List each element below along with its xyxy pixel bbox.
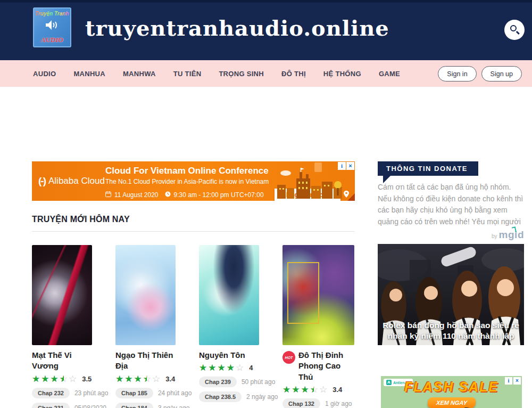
mgid-attribution[interactable]: bymgid xyxy=(378,229,524,241)
star-icons-filled: ★★★★★ xyxy=(282,385,314,394)
site-header: Truyện Tranh AUDIO truyentranhaudio.onli… xyxy=(0,0,532,60)
chapter-time: 23 phút ago xyxy=(74,389,108,397)
comic-cover[interactable] xyxy=(282,245,354,345)
rating-value: 3.5 xyxy=(82,375,92,383)
logo-text-top: Truyện Tranh xyxy=(35,11,69,17)
comic-card: Mạt Thế Vi Vương ☆☆☆☆☆★★★★★ 3.5 Chap 232… xyxy=(32,245,92,408)
comic-cover[interactable] xyxy=(115,245,176,345)
chapter-time: 1 giờ ago xyxy=(325,400,352,407)
chapter-link[interactable]: Chap 238.5 xyxy=(199,391,242,402)
star-rating: ☆☆☆☆☆★★★★★ 3.4 xyxy=(282,385,354,394)
main-nav: AUDIO MANHUA MANHWA TU TIÊN TRỌNG SINH Đ… xyxy=(0,60,532,87)
ad-subtitle: The No.1 Cloud Provider in Asia-Pacific … xyxy=(105,178,269,185)
rating-value: 3.4 xyxy=(165,375,175,383)
flash-sale-title: FLASH SALE xyxy=(381,379,522,395)
ad-info-icon[interactable]: i xyxy=(338,162,346,170)
calendar-icon xyxy=(105,191,111,199)
chapter-link[interactable]: Chap 232 xyxy=(32,388,70,398)
nav-item-audio[interactable]: AUDIO xyxy=(33,70,56,78)
star-rating: ☆☆☆☆☆★★★★★ 3.5 xyxy=(32,374,92,383)
search-icon xyxy=(510,25,517,31)
chapter-row: Chap 231 05/08/2020 xyxy=(32,403,92,408)
star-icons-filled: ★★★★★ xyxy=(115,374,147,383)
comic-title[interactable]: Đô Thị Đỉnh Phong Cao Thủ xyxy=(298,350,354,382)
chapter-row: Chap 238.5 2 ngày ago xyxy=(199,391,259,402)
flash-ad-controls: i × xyxy=(505,377,521,385)
ad-title: Cloud For Vietnam Online Conference xyxy=(105,166,269,176)
ad-time: 9:30 am - 12:00 pm UTC+07:00 xyxy=(174,191,264,199)
flash-sale-ad[interactable]: A Antien.vn FLASH SALE XEM NGAY i × xyxy=(379,374,524,408)
ad-controls: i × xyxy=(338,162,354,170)
new-comics-grid: Mạt Thế Vi Vương ☆☆☆☆☆★★★★★ 3.5 Chap 232… xyxy=(32,245,362,408)
chapter-time: 3 ngày ago xyxy=(158,404,189,408)
chapter-time: 05/08/2020 xyxy=(74,404,106,408)
rating-value: 4 xyxy=(249,364,253,372)
donate-title-ribbon: THÔNG TIN DONATE xyxy=(378,161,478,176)
comic-title[interactable]: Ngạo Thị Thiên Địa xyxy=(115,350,176,372)
logo-text-audio: AUDIO xyxy=(41,36,63,44)
nav-item-game[interactable]: GAME xyxy=(379,70,400,78)
nav-item-tu-tien[interactable]: TU TIÊN xyxy=(173,70,202,78)
site-title[interactable]: truyentranhaudio.online xyxy=(85,15,389,40)
flash-sale-inner: A Antien.vn FLASH SALE XEM NGAY i × xyxy=(381,376,522,408)
star-rating: ☆☆☆☆☆★★★★★ 3.4 xyxy=(115,374,176,383)
nav-item-he-thong[interactable]: HỆ THỐNG xyxy=(323,70,361,78)
donate-text: Cám ơn tất cả các bạn đã ủng hộ nhóm. Nế… xyxy=(378,182,526,228)
photo-ad-caption: Rolex bán đồng hồ bản sao siêu rẻ nhân k… xyxy=(378,320,524,341)
xem-ngay-button[interactable]: XEM NGAY xyxy=(427,397,476,408)
ad-date: 11 August 2020 xyxy=(114,191,159,199)
section-header: TRUYỆN MỚI HÔM NAY xyxy=(32,215,355,232)
speaker-icon xyxy=(45,20,59,32)
ad-close-icon[interactable]: × xyxy=(513,377,521,385)
nav-item-manhua[interactable]: MANHUA xyxy=(73,70,105,78)
ad-brand: (-) Alibaba Cloud xyxy=(38,175,105,187)
chapter-link[interactable]: Chap 185 xyxy=(115,388,153,398)
comic-card: HOT Đô Thị Đỉnh Phong Cao Thủ ☆☆☆☆☆★★★★★… xyxy=(282,245,354,408)
site-logo[interactable]: Truyện Tranh AUDIO xyxy=(33,7,71,47)
sidebar-photo-ad[interactable]: Rolex bán đồng hồ bản sao siêu rẻ nhân k… xyxy=(378,244,524,345)
comic-title[interactable]: Mạt Thế Vi Vương xyxy=(32,350,92,372)
sign-up-button[interactable]: Sign up xyxy=(481,66,522,81)
chapter-time: 50 phút ago xyxy=(242,378,275,386)
mgid-logo: mgid xyxy=(499,229,524,240)
nav-items: AUDIO MANHUA MANHWA TU TIÊN TRỌNG SINH Đ… xyxy=(33,70,400,78)
ad-close-icon[interactable]: × xyxy=(346,162,354,170)
comic-title-row: HOT Đô Thị Đỉnh Phong Cao Thủ xyxy=(282,350,354,382)
chapter-link[interactable]: Chap 184 xyxy=(115,403,153,408)
nav-item-do-thi[interactable]: ĐÔ THỊ xyxy=(281,70,306,78)
ad-info-icon[interactable]: i xyxy=(505,377,512,385)
star-icons-filled: ★★★★★ xyxy=(199,363,236,372)
chapter-time: 24 phút ago xyxy=(158,389,192,397)
search-button[interactable] xyxy=(504,20,525,40)
auth-buttons: Sign in Sign up xyxy=(438,66,522,81)
alibaba-cloud-icon: (-) xyxy=(38,175,45,187)
chapter-link[interactable]: Chap 132 xyxy=(282,398,320,408)
hot-badge: HOT xyxy=(282,351,295,364)
comic-cover[interactable] xyxy=(199,245,259,345)
rating-value: 3.4 xyxy=(332,386,342,394)
clock-icon xyxy=(165,191,171,199)
chapter-link[interactable]: Chap 239 xyxy=(199,377,237,387)
comic-cover[interactable] xyxy=(32,245,92,345)
star-icons-filled: ★★★★★ xyxy=(32,374,64,383)
chapter-row: Chap 239 50 phút ago xyxy=(199,377,259,387)
chapter-row: Chap 184 3 ngày ago xyxy=(115,403,176,408)
banner-ad[interactable]: (-) Alibaba Cloud Cloud For Vietnam Onli… xyxy=(32,161,355,201)
section-title: TRUYỆN MỚI HÔM NAY xyxy=(32,215,130,224)
nav-item-manhwa[interactable]: MANHWA xyxy=(123,70,156,78)
comic-title[interactable]: Nguyên Tôn xyxy=(199,350,259,361)
ad-corner-decoration xyxy=(347,193,355,201)
sign-in-button[interactable]: Sign in xyxy=(438,66,476,81)
page: Truyện Tranh AUDIO truyentranhaudio.onli… xyxy=(0,0,532,408)
chapter-row: Chap 132 1 giờ ago xyxy=(282,398,354,408)
comic-card: Nguyên Tôn ☆☆☆☆☆★★★★★ 4 Chap 239 50 phút… xyxy=(199,245,259,408)
nav-item-trong-sinh[interactable]: TRỌNG SINH xyxy=(219,70,264,78)
comic-card: Ngạo Thị Thiên Địa ☆☆☆☆☆★★★★★ 3.4 Chap 1… xyxy=(115,245,176,408)
chapter-link[interactable]: Chap 231 xyxy=(32,403,70,408)
ad-decoration xyxy=(314,162,322,172)
star-rating: ☆☆☆☆☆★★★★★ 4 xyxy=(199,363,259,372)
chapter-row: Chap 185 24 phút ago xyxy=(115,388,176,398)
chapter-row: Chap 232 23 phút ago xyxy=(32,388,92,398)
city-skyline-illustration xyxy=(276,167,345,201)
chapter-time: 2 ngày ago xyxy=(246,393,278,401)
